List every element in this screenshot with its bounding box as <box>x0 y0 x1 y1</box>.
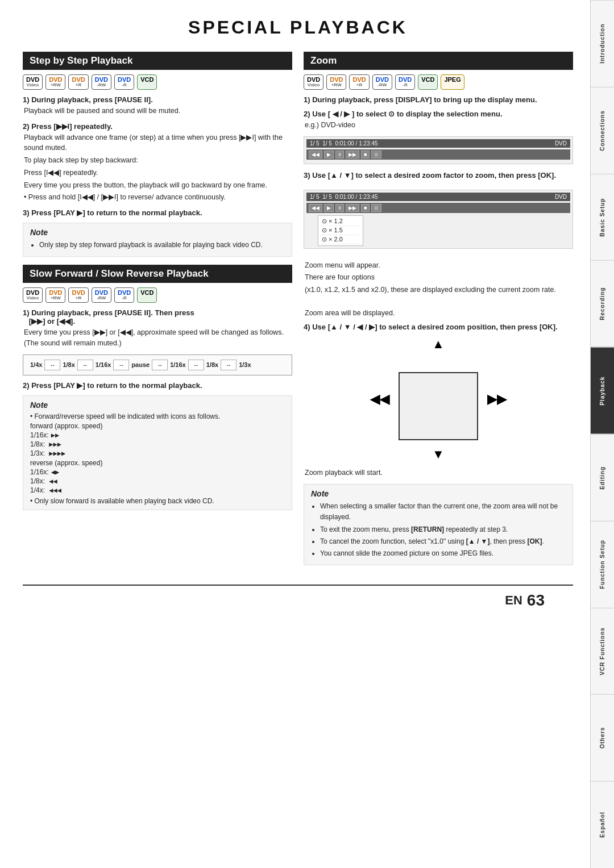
sidebar-tab-connections[interactable]: Connections <box>591 87 614 174</box>
disc-vcd-3: VCD <box>418 74 438 90</box>
zoom-step2-body: e.g.) DVD-video <box>304 120 573 131</box>
right-sidebar: Introduction Connections Basic Setup Rec… <box>590 0 614 868</box>
disc-dvd-video-3: DVDVideo <box>304 74 323 90</box>
step2-header: 2) Press [▶▶I] repeatedly. <box>23 122 292 131</box>
disc-vcd-2: VCD <box>137 287 157 303</box>
zoom-note-item3: To cancel the zoom function, select "x1.… <box>320 536 566 547</box>
sidebar-tab-recording[interactable]: Recording <box>591 260 614 347</box>
sidebar-tab-others[interactable]: Others <box>591 694 614 781</box>
step-by-step-note: Note Only step by step forward playback … <box>23 223 292 257</box>
sidebar-tab-playback[interactable]: Playback <box>591 347 614 434</box>
speed-fwd-1-16: 1/16x: ▶▶ <box>30 431 285 439</box>
sidebar-tab-editing[interactable]: Editing <box>591 434 614 521</box>
zoom-screen-counter1: 1/ 5 1/ 5 0:01:00 / 1:23:45 <box>310 140 378 147</box>
speed-1-8x-a: 1/8x <box>63 361 74 368</box>
en-label: EN <box>505 593 522 608</box>
zoom-step2-header: 2) Use [ ◀ / ▶ ] to select ⊙ to display … <box>304 110 573 118</box>
step1-body: Playback will be paused and sound will b… <box>23 106 292 116</box>
step-by-step-note-list: Only step by step forward playback is av… <box>30 240 285 251</box>
ctrl-btn4: ▶▶ <box>346 151 359 158</box>
zoom-option-1-5: ⊙ × 1.5 <box>322 226 359 235</box>
ctrl-btn8: ▶ <box>324 204 334 212</box>
disc-vcd: VCD <box>137 74 157 90</box>
two-column-layout: Step by Step Playback DVDVideo DVD+RW DV… <box>23 52 573 573</box>
disc-dvd-minus-r: DVD-R <box>114 74 134 90</box>
speed-1-16x-b: 1/16x <box>170 361 186 368</box>
ctrl-btn2: ▶ <box>324 151 334 158</box>
zoom-note-item2: To exit the zoom menu, press [RETURN] re… <box>320 524 566 535</box>
zoom-screen-bar2: 1/ 5 1/ 5 0:01:00 / 1:23:45 DVD <box>306 193 570 201</box>
zoom-step4-header: 4) Use [▲ / ▼ / ◀ / ▶] to select a desir… <box>304 323 573 331</box>
speed-fwd-1-8: 1/8x: ▶▶▶ <box>30 440 285 448</box>
disc-dvd-minus-r-2: DVD-R <box>114 287 134 303</box>
page-title: SPECIAL PLAYBACK <box>23 17 573 38</box>
slow-step1-body: Every time you press [▶▶] or [◀◀], appro… <box>23 327 292 349</box>
zoom-step3-body: Zoom menu will appear. There are four op… <box>304 260 573 319</box>
sidebar-tab-introduction[interactable]: Introduction <box>591 0 614 87</box>
disc-dvd-plus-r-2: DVD+R <box>68 287 88 303</box>
speed-arrow6: ↔ <box>221 360 237 370</box>
zoom-options-list: ⊙ × 1.2 ⊙ × 1.5 ⊙ × 2.0 <box>318 215 363 246</box>
sidebar-tab-vcr-functions[interactable]: VCR Functions <box>591 608 614 695</box>
zoom-option-1-2: ⊙ × 1.2 <box>322 217 359 226</box>
slow-forward-section: Slow Forward / Slow Reverse Playback DVD… <box>23 265 292 510</box>
slow-forward-note-title: Note <box>30 400 285 410</box>
zoom-screen-with-options: 1/ 5 1/ 5 0:01:00 / 1:23:45 DVD ◀◀ ▶ II … <box>304 185 573 256</box>
slow-forward-note: Note • Forward/reverse speed will be ind… <box>23 395 292 510</box>
step-by-step-section: Step by Step Playback DVDVideo DVD+RW DV… <box>23 52 292 257</box>
zoom-screen-2: 1/ 5 1/ 5 0:01:00 / 1:23:45 DVD ◀◀ ▶ II … <box>304 190 573 249</box>
speed-arrow2: ↔ <box>77 360 93 370</box>
slow-step1: 1) During playback, press [PAUSE II]. Th… <box>23 308 292 349</box>
speed-rev-1-16: 1/16x: ◀▶ <box>30 468 285 476</box>
page-wrapper: SPECIAL PLAYBACK Step by Step Playback D… <box>0 0 614 868</box>
disc-dvd-plus-r: DVD+R <box>68 74 88 90</box>
sidebar-tab-espanol[interactable]: Español <box>591 781 614 868</box>
main-content: SPECIAL PLAYBACK Step by Step Playback D… <box>0 0 590 868</box>
speed-pause: pause <box>131 361 150 368</box>
zoom-nav-diagram: ▲ ▼ ◀◀ ▶▶ <box>304 337 573 462</box>
disc-dvd-plus-rw: DVD+RW <box>45 74 65 90</box>
step2-body: Playback will advance one frame (or step… <box>23 132 292 203</box>
ctrl-btn10: ▶▶ <box>346 204 359 212</box>
sidebar-tab-basic-setup[interactable]: Basic Setup <box>591 174 614 261</box>
step3-header: 3) Press [PLAY ▶] to return to the norma… <box>23 208 292 217</box>
ctrl-btn9: II <box>335 204 344 212</box>
zoom-screen-disc2: DVD <box>555 194 567 200</box>
speed-1-4x: 1/4x <box>30 361 42 368</box>
arrow-down-icon: ▼ <box>432 447 445 462</box>
zoom-note-title: Note <box>311 489 566 498</box>
zoom-screen-controls2: ◀◀ ▶ II ▶▶ ■ ⊙ <box>306 203 570 213</box>
step-by-step-title: Step by Step Playback <box>23 52 292 70</box>
step-by-step-step2: 2) Press [▶▶I] repeatedly. Playback will… <box>23 122 292 203</box>
speed-diagram: 1/4x ↔ 1/8x ↔ 1/16x ↔ pause ↔ 1/16x ↔ 1/… <box>23 354 292 375</box>
zoom-step1: 1) During playback, press [DISPLAY] to b… <box>304 95 573 104</box>
ctrl-btn12: ⊙ <box>371 204 381 212</box>
speed-arrow3: ↔ <box>113 360 129 370</box>
zoom-section: Zoom DVDVideo DVD+RW DVD+R DVD-RW DVD-R … <box>304 52 573 565</box>
zoom-note-list: When selecting a smaller factor than the… <box>311 501 566 559</box>
zoom-note: Note When selecting a smaller factor tha… <box>304 484 573 565</box>
zoom-screen-bar1: 1/ 5 1/ 5 0:01:00 / 1:23:45 DVD <box>306 139 570 148</box>
ctrl-btn5: ■ <box>361 151 370 158</box>
right-column: Zoom DVDVideo DVD+RW DVD+R DVD-RW DVD-R … <box>304 52 573 573</box>
disc-dvd-plus-rw-3: DVD+RW <box>326 74 346 90</box>
zoom-note-item1: When selecting a smaller factor than the… <box>320 501 566 523</box>
zoom-step4: 4) Use [▲ / ▼ / ◀ / ▶] to select a desir… <box>304 323 573 331</box>
zoom-option-2-0: ⊙ × 2.0 <box>322 235 359 244</box>
arrow-left-icon: ◀◀ <box>370 392 389 407</box>
ctrl-btn7: ◀◀ <box>309 204 322 212</box>
left-column: Step by Step Playback DVDVideo DVD+RW DV… <box>23 52 292 573</box>
speed-rev-1-4: 1/4x: ◀◀◀ <box>30 486 285 494</box>
zoom-nav-container: ▲ ▼ ◀◀ ▶▶ <box>370 337 507 462</box>
slow-step1-header: 1) During playback, press [PAUSE II]. Th… <box>23 308 292 326</box>
arrow-up-icon: ▲ <box>432 337 445 352</box>
disc-dvd-video-2: DVDVideo <box>23 287 43 303</box>
disc-dvd-plus-r-3: DVD+R <box>349 74 369 90</box>
step-by-step-step3: 3) Press [PLAY ▶] to return to the norma… <box>23 208 292 217</box>
speed-1-16x-a: 1/16x <box>96 361 111 368</box>
disc-dvd-minus-r-3: DVD-R <box>395 74 415 90</box>
slow-forward-disc-icons: DVDVideo DVD+RW DVD+R DVD-RW DVD-R VCD <box>23 287 292 303</box>
disc-dvd-plus-rw-2: DVD+RW <box>45 287 65 303</box>
sidebar-tab-function-setup[interactable]: Function Setup <box>591 521 614 608</box>
zoom-note-item4: You cannot slide the zoomed picture on s… <box>320 548 566 559</box>
